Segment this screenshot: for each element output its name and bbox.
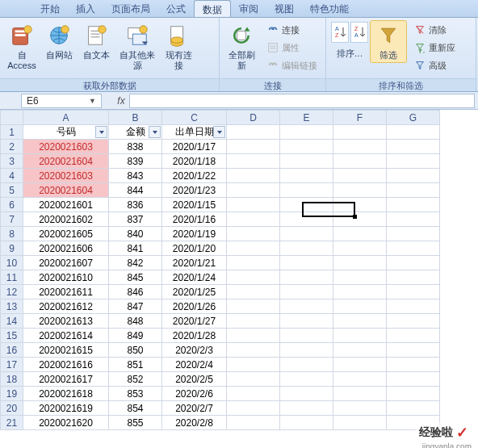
cell-number[interactable]: 2020021612 <box>23 299 109 314</box>
cell[interactable] <box>387 212 440 227</box>
cell[interactable] <box>280 329 333 343</box>
cell-date[interactable]: 2020/1/21 <box>162 256 227 270</box>
cell[interactable] <box>387 140 440 154</box>
cell-amount[interactable]: 855 <box>109 416 162 430</box>
cell[interactable] <box>280 416 333 430</box>
cell-amount[interactable]: 843 <box>109 169 162 183</box>
cell[interactable] <box>333 416 387 430</box>
cell-date[interactable]: 2020/1/25 <box>162 285 227 299</box>
cell[interactable] <box>333 270 387 285</box>
cell[interactable] <box>227 183 280 198</box>
cell-amount[interactable]: 851 <box>109 358 162 372</box>
reapply-button[interactable]: 重新应 <box>410 40 459 56</box>
row-header[interactable]: 15 <box>1 329 23 343</box>
select-all-corner[interactable] <box>1 111 23 125</box>
cell-number[interactable]: 2020021607 <box>23 256 109 270</box>
cell-number[interactable]: 2020021602 <box>23 212 109 227</box>
name-box-dropdown-icon[interactable]: ▼ <box>89 97 96 105</box>
filter-dropdown-icon[interactable] <box>213 126 225 138</box>
cell-date[interactable]: 2020/1/20 <box>162 241 227 256</box>
cell-amount[interactable]: 849 <box>109 329 162 343</box>
cell[interactable] <box>280 154 333 169</box>
row-header[interactable]: 17 <box>1 358 23 372</box>
from-access-button[interactable]: 自 Access <box>3 20 40 73</box>
row-header[interactable]: 11 <box>1 270 23 285</box>
fx-label[interactable]: fx <box>113 95 129 107</box>
cell-date[interactable]: 2020/2/4 <box>162 358 227 372</box>
cell[interactable] <box>333 169 387 183</box>
row-header[interactable]: 14 <box>1 314 23 329</box>
row-header[interactable]: 12 <box>1 285 23 299</box>
row-header[interactable]: 9 <box>1 241 23 256</box>
from-web-button[interactable]: 自网站 <box>40 20 78 63</box>
cell-amount[interactable]: 844 <box>109 183 162 198</box>
cell[interactable] <box>387 401 440 416</box>
cell-date[interactable]: 2020/1/18 <box>162 154 227 169</box>
cell-number[interactable]: 2020021614 <box>23 329 109 343</box>
cell-date[interactable]: 2020/2/6 <box>162 387 227 401</box>
row-header[interactable]: 6 <box>1 198 23 212</box>
cell[interactable] <box>333 140 387 154</box>
cell-number[interactable]: 2020021606 <box>23 241 109 256</box>
existing-connections-button[interactable]: 现有连接 <box>160 20 197 73</box>
cell-amount[interactable]: 845 <box>109 270 162 285</box>
cell[interactable] <box>227 285 280 299</box>
cell-date[interactable]: 2020/2/3 <box>162 343 227 358</box>
edit-links-button[interactable]: 编辑链接 <box>263 57 321 73</box>
row-header[interactable]: 5 <box>1 183 23 198</box>
cell-amount[interactable]: 837 <box>109 212 162 227</box>
cell[interactable] <box>387 183 440 198</box>
header-number[interactable]: 号码 <box>23 125 109 140</box>
cell[interactable] <box>280 183 333 198</box>
cell-date[interactable]: 2020/1/27 <box>162 314 227 329</box>
cell-number[interactable]: 2020021604 <box>23 183 109 198</box>
sort-asc-button[interactable]: AZ <box>331 22 349 43</box>
col-header-F[interactable]: F <box>333 111 387 125</box>
cell[interactable] <box>387 198 440 212</box>
cell[interactable] <box>333 256 387 270</box>
col-header-D[interactable]: D <box>227 111 280 125</box>
row-header[interactable]: 18 <box>1 372 23 387</box>
cell[interactable] <box>280 314 333 329</box>
cell[interactable] <box>227 358 280 372</box>
cell-date[interactable]: 2020/1/19 <box>162 227 227 241</box>
cell[interactable] <box>333 154 387 169</box>
col-header-G[interactable]: G <box>387 111 440 125</box>
cell[interactable] <box>387 227 440 241</box>
cell[interactable] <box>333 125 387 140</box>
cell[interactable] <box>387 314 440 329</box>
cell-date[interactable]: 2020/1/17 <box>162 140 227 154</box>
row-header[interactable]: 7 <box>1 212 23 227</box>
cell[interactable] <box>280 270 333 285</box>
cell[interactable] <box>280 125 333 140</box>
cell[interactable] <box>227 125 280 140</box>
cell[interactable] <box>387 285 440 299</box>
cell[interactable] <box>280 212 333 227</box>
refresh-all-button[interactable]: 全部刷新 <box>223 20 260 73</box>
cell[interactable] <box>280 198 333 212</box>
cell-amount[interactable]: 836 <box>109 198 162 212</box>
tab-formula[interactable]: 公式 <box>158 0 194 17</box>
cell[interactable] <box>387 125 440 140</box>
cell-number[interactable]: 2020021605 <box>23 227 109 241</box>
row-header[interactable]: 13 <box>1 299 23 314</box>
row-header[interactable]: 19 <box>1 387 23 401</box>
cell[interactable] <box>280 343 333 358</box>
cell[interactable] <box>333 314 387 329</box>
cell-number[interactable]: 2020021613 <box>23 314 109 329</box>
cell-number[interactable]: 2020021603 <box>23 169 109 183</box>
cell[interactable] <box>387 329 440 343</box>
cell-date[interactable]: 2020/1/15 <box>162 198 227 212</box>
cell[interactable] <box>280 140 333 154</box>
tab-insert[interactable]: 插入 <box>68 0 103 17</box>
sort-desc-button[interactable]: ZA <box>350 22 368 43</box>
cell[interactable] <box>333 358 387 372</box>
header-date[interactable]: 出单日期 <box>162 125 227 140</box>
cell[interactable] <box>333 387 387 401</box>
cell[interactable] <box>227 154 280 169</box>
cell[interactable] <box>333 329 387 343</box>
cell[interactable] <box>280 285 333 299</box>
cell[interactable] <box>280 299 333 314</box>
cell-amount[interactable]: 840 <box>109 227 162 241</box>
cell[interactable] <box>333 212 387 227</box>
